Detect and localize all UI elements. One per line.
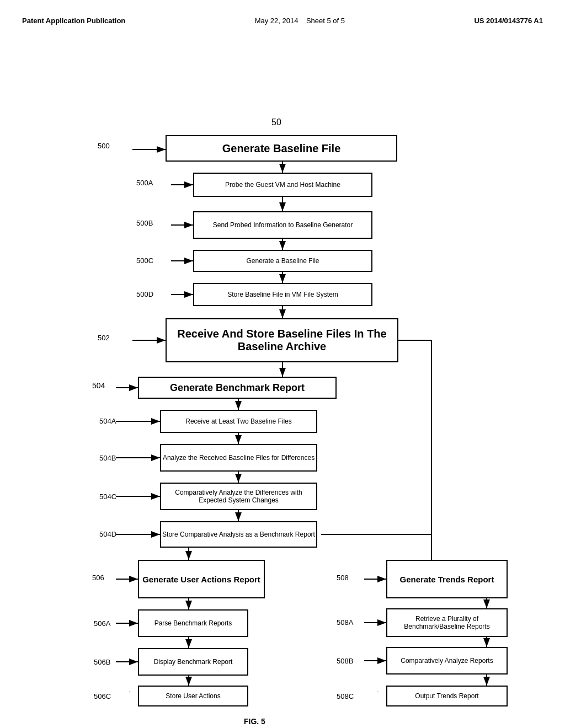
- diagram-container: 50 Generate Baseline File 500 Probe the …: [34, 41, 531, 692]
- page: Patent Application Publication May 22, 2…: [0, 0, 565, 728]
- header-left: Patent Application Publication: [22, 17, 125, 25]
- label-506c: 506C: [94, 692, 111, 700]
- label-508b: 508B: [337, 657, 353, 665]
- header-center: May 22, 2014 Sheet 5 of 5: [255, 17, 345, 25]
- node-508c: Output Trends Report: [386, 686, 508, 706]
- node-504d: Store Comparative Analysis as a Benchmar…: [160, 521, 317, 548]
- label-504b: 504B: [99, 454, 116, 462]
- node-508a: Retrieve a Plurality of Benchmark/Baseli…: [386, 608, 508, 637]
- node-504c: Comparatively Analyze the Differences wi…: [160, 483, 317, 510]
- header-right: US 2014/0143776 A1: [474, 17, 543, 25]
- node-504b: Analyze the Received Baseline Files for …: [160, 444, 317, 472]
- label-506: 506: [92, 574, 104, 582]
- label-500d: 500D: [136, 290, 153, 298]
- label-500a: 500A: [136, 179, 153, 187]
- label-500: 500: [98, 142, 110, 150]
- node-500c: Generate a Baseline File: [193, 250, 372, 272]
- label-506a: 506A: [94, 619, 110, 628]
- page-header: Patent Application Publication May 22, 2…: [22, 11, 543, 41]
- header-sheet: Sheet 5 of 5: [306, 17, 345, 25]
- node-504: Generate Benchmark Report: [138, 377, 337, 399]
- fig-caption: FIG. 5: [244, 717, 265, 726]
- label-502: 502: [98, 334, 110, 342]
- label-504d: 504D: [99, 530, 116, 538]
- node-500: Generate Baseline File: [166, 135, 397, 162]
- node-500d: Store Baseline File in VM File System: [193, 283, 372, 306]
- node-506a: Parse Benchmark Reports: [138, 609, 248, 637]
- label-504c: 504C: [99, 493, 116, 501]
- label-500b: 500B: [136, 219, 153, 227]
- label-506b: 506B: [94, 658, 110, 666]
- label-508c: 508C: [337, 692, 354, 700]
- node-506b: Display Benchmark Report: [138, 648, 248, 676]
- label-508a: 508A: [337, 618, 353, 627]
- node-500b: Send Probed Information to Baseline Gene…: [193, 211, 372, 239]
- node-504a: Receive at Least Two Baseline Files: [160, 410, 317, 433]
- node-506c: Store User Actions: [138, 686, 248, 706]
- node-506: Generate User Actions Report: [138, 560, 265, 598]
- node-508b: Comparatively Analyze Reports: [386, 647, 508, 675]
- header-date: May 22, 2014: [255, 17, 299, 25]
- label-504: 504: [92, 381, 105, 390]
- label-508: 508: [337, 574, 349, 582]
- node-502: Receive And Store Baseline Files In The …: [166, 318, 398, 362]
- node-500a: Probe the Guest VM and Host Machine: [193, 173, 372, 197]
- diagram-title-label: 50: [271, 117, 281, 127]
- node-508: Generate Trends Report: [386, 560, 508, 598]
- label-504a: 504A: [99, 417, 116, 425]
- label-500c: 500C: [136, 256, 153, 265]
